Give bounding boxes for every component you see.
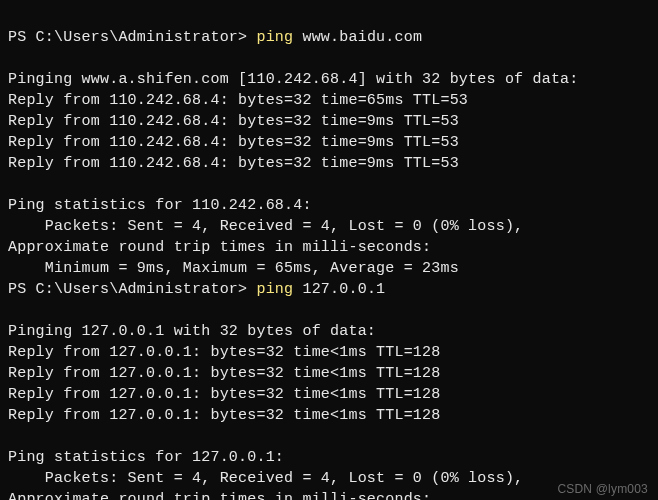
ps-prompt-2: PS C:\Users\Administrator>	[8, 281, 256, 298]
output-reply-2-4: Reply from 127.0.0.1: bytes=32 time<1ms …	[8, 407, 440, 424]
output-stats-packets-1: Packets: Sent = 4, Received = 4, Lost = …	[8, 218, 523, 235]
output-stats-minmax-1: Minimum = 9ms, Maximum = 65ms, Average =…	[8, 260, 459, 277]
command-ping-2: ping	[256, 281, 293, 298]
output-stats-rtt-1: Approximate round trip times in milli-se…	[8, 239, 431, 256]
output-reply-2-2: Reply from 127.0.0.1: bytes=32 time<1ms …	[8, 365, 440, 382]
output-reply-1-2: Reply from 110.242.68.4: bytes=32 time=9…	[8, 113, 459, 130]
ps-prompt-1: PS C:\Users\Administrator>	[8, 29, 256, 46]
output-reply-2-1: Reply from 127.0.0.1: bytes=32 time<1ms …	[8, 344, 440, 361]
terminal-window[interactable]: PS C:\Users\Administrator> ping www.baid…	[0, 0, 658, 500]
output-stats-hdr-1: Ping statistics for 110.242.68.4:	[8, 197, 312, 214]
output-reply-1-1: Reply from 110.242.68.4: bytes=32 time=6…	[8, 92, 468, 109]
output-stats-rtt-2: Approximate round trip times in milli-se…	[8, 491, 431, 500]
output-header-1: Pinging www.a.shifen.com [110.242.68.4] …	[8, 71, 579, 88]
output-stats-packets-2: Packets: Sent = 4, Received = 4, Lost = …	[8, 470, 523, 487]
watermark-text: CSDN @lym003	[557, 482, 648, 496]
output-stats-hdr-2: Ping statistics for 127.0.0.1:	[8, 449, 284, 466]
output-reply-2-3: Reply from 127.0.0.1: bytes=32 time<1ms …	[8, 386, 440, 403]
output-reply-1-3: Reply from 110.242.68.4: bytes=32 time=9…	[8, 134, 459, 151]
output-reply-1-4: Reply from 110.242.68.4: bytes=32 time=9…	[8, 155, 459, 172]
command-ping-1: ping	[256, 29, 293, 46]
command-args-2: 127.0.0.1	[293, 281, 385, 298]
command-args-1: www.baidu.com	[293, 29, 422, 46]
output-header-2: Pinging 127.0.0.1 with 32 bytes of data:	[8, 323, 376, 340]
